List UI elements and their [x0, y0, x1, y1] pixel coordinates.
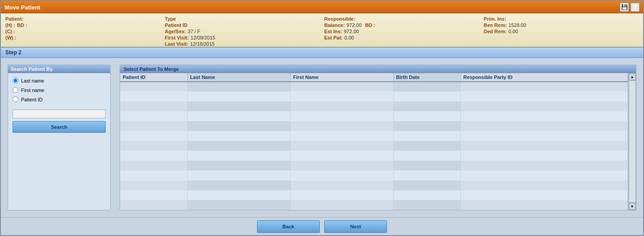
patient-col1: Patient: (H) : BD : (C) : (W) :	[5, 15, 160, 48]
patient-id-label: Patient ID	[165, 22, 188, 28]
col-header-last-name: Last Name	[187, 73, 290, 82]
help-icon: ?	[633, 4, 636, 10]
results-tbody	[120, 82, 628, 210]
est-ins-value: 972.00	[344, 29, 359, 34]
table-row[interactable]	[120, 121, 628, 131]
est-pat-value: 0.00	[344, 35, 354, 40]
responsible-label: Responsible:	[324, 16, 355, 22]
results-title: Select Patient To Merge	[120, 65, 636, 73]
title-bar: Move Patient 💾 ?	[1, 1, 643, 13]
title-bar-icons: 💾 ?	[620, 3, 640, 12]
table-row[interactable]	[120, 141, 628, 151]
radio-lastname[interactable]: Last name	[13, 78, 106, 83]
age-sex-label: Age/Sex:	[165, 29, 186, 34]
radio-patientid[interactable]: Patient ID	[13, 96, 106, 102]
col-header-resp-party: Responsible Party ID	[460, 73, 628, 82]
h-label: (H) :	[5, 22, 15, 28]
back-button[interactable]: Back	[257, 220, 320, 233]
est-ins-label: Est Ins:	[324, 29, 342, 34]
age-sex-value: 37 / F	[188, 29, 200, 34]
scroll-up-button[interactable]: ▲	[629, 73, 636, 80]
bd2-label: BD :	[365, 22, 376, 28]
patient-info-bar: Patient: (H) : BD : (C) : (W) : Type Pat…	[1, 13, 643, 47]
last-visit-value: 12/18/2015	[190, 41, 215, 47]
ded-rem-value: 0.00	[508, 29, 518, 34]
save-button[interactable]: 💾	[620, 3, 629, 12]
w-label: (W) :	[5, 35, 16, 40]
scrollbar: ▲ ▼	[628, 73, 636, 210]
search-panel-title: Search Patient By	[8, 65, 110, 73]
next-button[interactable]: Next	[324, 220, 387, 233]
patient-label: Patient:	[5, 16, 23, 22]
results-table: Patient ID Last Name First Name Birth Da…	[120, 73, 628, 210]
col-header-birth-date: Birth Date	[393, 73, 460, 82]
patient-col2: Type Patient ID Age/Sex: 37 / F First Vi…	[165, 15, 320, 48]
table-row[interactable]	[120, 111, 628, 121]
balance-value: 972.00	[347, 22, 362, 28]
radio-firstname-label: First name	[21, 87, 44, 93]
table-row[interactable]	[120, 200, 628, 210]
table-row[interactable]	[120, 190, 628, 200]
radio-patientid-input[interactable]	[13, 96, 18, 102]
help-button[interactable]: ?	[631, 3, 640, 12]
step-label: Step 2	[5, 49, 21, 56]
col-header-patient-id: Patient ID	[120, 73, 187, 82]
step-header: Step 2	[1, 47, 643, 58]
table-row[interactable]	[120, 180, 628, 190]
radio-patientid-label: Patient ID	[21, 97, 43, 102]
c-label: (C) :	[5, 29, 15, 34]
save-icon: 💾	[621, 4, 628, 10]
est-pat-label: Est Pat:	[324, 35, 343, 40]
title-text: Move Patient	[4, 4, 40, 11]
table-row[interactable]	[120, 131, 628, 141]
scroll-track[interactable]	[629, 80, 636, 203]
results-panel: Select Patient To Merge Patient ID Last …	[120, 65, 636, 210]
search-panel: Search Patient By Last name First name P…	[8, 65, 111, 210]
table-header-row: Patient ID Last Name First Name Birth Da…	[120, 73, 628, 82]
radio-firstname-input[interactable]	[13, 87, 18, 93]
ded-rem-label: Ded Rem:	[484, 29, 507, 34]
radio-lastname-label: Last name	[21, 78, 44, 83]
first-visit-label: First Visit:	[165, 35, 189, 40]
prim-ins-label: Prim. Ins:	[484, 16, 506, 22]
col-header-first-name: First Name	[290, 73, 393, 82]
bd-label: BD :	[17, 22, 27, 28]
table-row[interactable]	[120, 161, 628, 170]
table-row[interactable]	[120, 82, 628, 92]
footer: Back Next	[1, 217, 643, 235]
radio-firstname[interactable]: First name	[13, 87, 106, 93]
table-row[interactable]	[120, 170, 628, 180]
ben-rem-label: Ben Rem:	[484, 22, 507, 28]
patient-col4: Prim. Ins: Ben Rem: 1528.00 Ded Rem: 0.0…	[484, 15, 639, 48]
table-row[interactable]	[120, 101, 628, 111]
main-content: Search Patient By Last name First name P…	[1, 58, 643, 217]
scroll-down-button[interactable]: ▼	[629, 203, 636, 210]
results-table-container: Patient ID Last Name First Name Birth Da…	[120, 73, 636, 210]
table-row[interactable]	[120, 151, 628, 161]
patient-col3: Responsible: Balance: 972.00 BD : Est In…	[324, 15, 479, 48]
last-visit-label: Last Visit:	[165, 41, 188, 47]
type-label: Type	[165, 16, 176, 22]
first-visit-value: 12/09/2015	[191, 35, 215, 40]
search-input[interactable]	[13, 109, 106, 118]
balance-label: Balance:	[324, 22, 345, 28]
search-radio-group: Last name First name Patient ID	[13, 78, 106, 102]
ben-rem-value: 1528.00	[508, 22, 526, 28]
search-button[interactable]: Search	[13, 121, 106, 133]
table-row[interactable]	[120, 92, 628, 101]
radio-lastname-input[interactable]	[13, 78, 18, 83]
